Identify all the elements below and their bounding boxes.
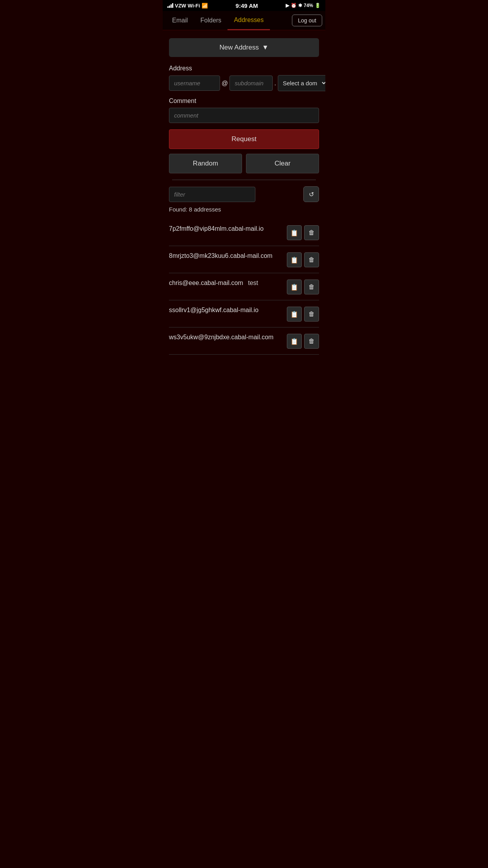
comment-label: Comment xyxy=(169,97,319,105)
main-content: New Address ▼ Address @ . Select a dom C… xyxy=(163,30,325,362)
delete-button-3[interactable]: 🗑 xyxy=(304,280,319,294)
delete-button-4[interactable]: 🗑 xyxy=(304,307,319,322)
at-sign: @ xyxy=(222,80,228,87)
delete-button-5[interactable]: 🗑 xyxy=(304,334,319,349)
trash-icon-1: 🗑 xyxy=(308,229,315,236)
random-button[interactable]: Random xyxy=(169,154,242,173)
action-buttons-row: Random Clear xyxy=(169,154,319,173)
copy-icon-3: 📋 xyxy=(290,283,298,291)
copy-button-1[interactable]: 📋 xyxy=(287,225,302,240)
status-bar: VZW Wi-Fi 📶 9:49 AM ▶ ⏰ ✱ 74% 🔋 xyxy=(163,0,325,11)
comment-input[interactable] xyxy=(169,108,319,123)
copy-icon-4: 📋 xyxy=(290,311,298,318)
copy-icon-5: 📋 xyxy=(290,338,298,345)
copy-button-4[interactable]: 📋 xyxy=(287,307,302,322)
trash-icon-4: 🗑 xyxy=(308,311,315,318)
comment-form-section: Comment xyxy=(169,97,319,123)
address-actions-4: 📋 🗑 xyxy=(287,307,319,322)
battery-label: 74% xyxy=(304,3,313,8)
copy-button-3[interactable]: 📋 xyxy=(287,280,302,294)
status-time: 9:49 AM xyxy=(236,2,258,9)
status-left: VZW Wi-Fi 📶 xyxy=(167,3,208,9)
address-input-row: @ . Select a dom xyxy=(169,75,319,91)
found-count: Found: 8 addresses xyxy=(169,206,319,213)
trash-icon-5: 🗑 xyxy=(308,338,315,345)
tab-email[interactable]: Email xyxy=(166,11,194,30)
trash-icon-2: 🗑 xyxy=(308,256,315,263)
address-text-5: ws3v5ukw@9znjbdxe.cabal-mail.com xyxy=(169,333,282,342)
carrier-label: VZW Wi-Fi xyxy=(175,3,200,9)
new-address-label: New Address xyxy=(220,44,259,51)
address-text-2: 8mrjzto3@mk23kuu6.cabal-mail.com xyxy=(169,252,282,260)
copy-icon-1: 📋 xyxy=(290,229,298,237)
address-item-1: 7p2fmffo@vip84mlm.cabal-mail.io 📋 🗑 xyxy=(169,219,319,246)
refresh-icon: ↺ xyxy=(309,191,314,198)
address-actions-1: 📋 🗑 xyxy=(287,225,319,240)
dot-sign: . xyxy=(274,80,276,87)
signal-icon xyxy=(167,3,173,8)
address-comment-3: test xyxy=(248,280,258,286)
address-item-3: chris@eee.cabal-mail.com test 📋 🗑 xyxy=(169,273,319,300)
tab-addresses[interactable]: Addresses xyxy=(227,11,270,30)
tab-folders[interactable]: Folders xyxy=(194,11,227,30)
address-item-2: 8mrjzto3@mk23kuu6.cabal-mail.com 📋 🗑 xyxy=(169,246,319,273)
copy-button-2[interactable]: 📋 xyxy=(287,252,302,267)
bluetooth-icon: ✱ xyxy=(298,3,302,8)
address-item-5: ws3v5ukw@9znjbdxe.cabal-mail.com 📋 🗑 xyxy=(169,327,319,355)
delete-button-1[interactable]: 🗑 xyxy=(304,225,319,240)
copy-button-5[interactable]: 📋 xyxy=(287,334,302,349)
filter-row: ↺ xyxy=(169,186,319,202)
delete-button-2[interactable]: 🗑 xyxy=(304,252,319,267)
wifi-icon: 📶 xyxy=(202,3,208,9)
subdomain-input[interactable] xyxy=(229,75,273,91)
filter-input[interactable] xyxy=(169,187,255,202)
address-text-4: ssollrv1@jg5ghkwf.cabal-mail.io xyxy=(169,306,282,314)
logout-button[interactable]: Log out xyxy=(292,15,322,26)
copy-icon-2: 📋 xyxy=(290,256,298,264)
battery-icon: 🔋 xyxy=(315,3,321,8)
trash-icon-3: 🗑 xyxy=(308,283,315,291)
status-right: ▶ ⏰ ✱ 74% 🔋 xyxy=(286,3,321,8)
address-list: 7p2fmffo@vip84mlm.cabal-mail.io 📋 🗑 8mrj… xyxy=(169,219,319,355)
address-form-section: Address @ . Select a dom xyxy=(169,65,319,91)
address-actions-2: 📋 🗑 xyxy=(287,252,319,267)
address-item-4: ssollrv1@jg5ghkwf.cabal-mail.io 📋 🗑 xyxy=(169,300,319,327)
section-divider xyxy=(172,180,316,180)
address-actions-5: 📋 🗑 xyxy=(287,334,319,349)
nav-bar: Email Folders Addresses Log out xyxy=(163,11,325,30)
new-address-toggle[interactable]: New Address ▼ xyxy=(169,38,319,57)
clear-button[interactable]: Clear xyxy=(246,154,319,173)
request-button[interactable]: Request xyxy=(169,129,319,149)
address-text-3: chris@eee.cabal-mail.com test xyxy=(169,279,282,287)
address-text-1: 7p2fmffo@vip84mlm.cabal-mail.io xyxy=(169,224,282,233)
address-actions-3: 📋 🗑 xyxy=(287,280,319,294)
username-input[interactable] xyxy=(169,75,220,91)
location-icon: ▶ xyxy=(286,3,289,8)
domain-select[interactable]: Select a dom xyxy=(278,75,325,91)
alarm-icon: ⏰ xyxy=(291,3,297,8)
refresh-button[interactable]: ↺ xyxy=(303,186,319,202)
chevron-down-icon: ▼ xyxy=(262,44,269,51)
address-label: Address xyxy=(169,65,319,72)
